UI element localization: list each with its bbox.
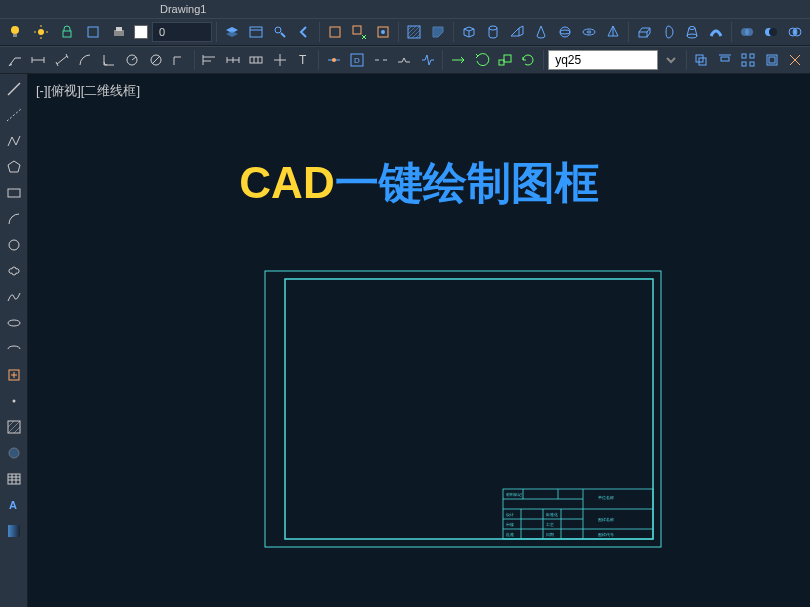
- gradient-icon[interactable]: [3, 520, 25, 542]
- leader-icon[interactable]: [4, 49, 25, 71]
- dim-style-icon[interactable]: D: [347, 49, 368, 71]
- drawing-canvas[interactable]: [-][俯视][二维线框] CAD一键绘制图框: [28, 74, 810, 607]
- intersect-icon[interactable]: [784, 21, 806, 43]
- svg-line-81: [790, 55, 795, 60]
- arc-icon[interactable]: [3, 208, 25, 230]
- scale-arrow-icon[interactable]: [494, 49, 515, 71]
- revcloud-icon[interactable]: [3, 260, 25, 282]
- command-input[interactable]: [548, 50, 658, 70]
- svg-point-30: [689, 27, 695, 30]
- refresh-icon[interactable]: [518, 49, 539, 71]
- dim-aligned-icon[interactable]: [51, 49, 72, 71]
- text-icon[interactable]: T: [293, 49, 314, 71]
- table-icon[interactable]: [3, 468, 25, 490]
- hatch-icon[interactable]: [403, 21, 425, 43]
- svg-rect-77: [742, 62, 746, 66]
- point-icon[interactable]: [3, 390, 25, 412]
- dim-continue-icon[interactable]: [222, 49, 243, 71]
- layer-name-input[interactable]: [152, 22, 212, 42]
- extrude-icon[interactable]: [633, 21, 655, 43]
- sun-icon[interactable]: [30, 21, 52, 43]
- dim-radius-icon[interactable]: [121, 49, 142, 71]
- svg-point-37: [769, 28, 777, 36]
- tolerance-icon[interactable]: [246, 49, 267, 71]
- edit-dim-icon[interactable]: [323, 49, 344, 71]
- chevron-down-icon[interactable]: [660, 49, 681, 71]
- revolve-icon[interactable]: [657, 21, 679, 43]
- sphere-icon[interactable]: [554, 21, 576, 43]
- svg-text:A: A: [9, 499, 17, 511]
- svg-line-97: [14, 427, 20, 433]
- break-dim-icon[interactable]: [370, 49, 391, 71]
- move-arrow-icon[interactable]: [447, 49, 468, 71]
- layer-state-icon[interactable]: [245, 21, 267, 43]
- sweep-icon[interactable]: [705, 21, 727, 43]
- line-icon[interactable]: [3, 78, 25, 100]
- spline-icon[interactable]: [3, 286, 25, 308]
- dim-ordinate-icon[interactable]: [168, 49, 189, 71]
- svg-rect-74: [721, 57, 729, 61]
- align-icon[interactable]: [714, 49, 735, 71]
- layer-previous-icon[interactable]: [293, 21, 315, 43]
- region-icon[interactable]: [427, 21, 449, 43]
- svg-rect-69: [499, 60, 504, 65]
- rotate-arrow-icon[interactable]: [471, 49, 492, 71]
- circle-icon[interactable]: [3, 234, 25, 256]
- svg-rect-107: [285, 279, 653, 539]
- dim-linear-icon[interactable]: [27, 49, 48, 71]
- ellipse-icon[interactable]: [3, 312, 25, 334]
- polyline-icon[interactable]: [3, 130, 25, 152]
- lock-icon[interactable]: [56, 21, 78, 43]
- dim-baseline-icon[interactable]: [199, 49, 220, 71]
- construction-line-icon[interactable]: [3, 104, 25, 126]
- polygon-icon[interactable]: [3, 156, 25, 178]
- svg-rect-57: [250, 57, 262, 63]
- box-3d-icon[interactable]: [458, 21, 480, 43]
- layer-match-icon[interactable]: [269, 21, 291, 43]
- block-icon[interactable]: [324, 21, 346, 43]
- cylinder-icon[interactable]: [482, 21, 504, 43]
- center-mark-icon[interactable]: [269, 49, 290, 71]
- hatch-side-icon[interactable]: [3, 416, 25, 438]
- jog-icon[interactable]: [393, 49, 414, 71]
- subtract-icon[interactable]: [760, 21, 782, 43]
- block-insert-icon[interactable]: [348, 21, 370, 43]
- pulse-icon[interactable]: [417, 49, 438, 71]
- dim-diameter-icon[interactable]: [145, 49, 166, 71]
- wedge-icon[interactable]: [506, 21, 528, 43]
- crop-icon[interactable]: [82, 21, 104, 43]
- dim-arc-icon[interactable]: [74, 49, 95, 71]
- svg-rect-87: [8, 189, 20, 197]
- view-label[interactable]: [-][俯视][二维线框]: [36, 82, 140, 100]
- dim-angular-icon[interactable]: [98, 49, 119, 71]
- print-icon[interactable]: [108, 21, 130, 43]
- copy-icon[interactable]: [691, 49, 712, 71]
- cone-icon[interactable]: [530, 21, 552, 43]
- svg-point-27: [583, 29, 595, 35]
- lightbulb-on-icon[interactable]: [4, 21, 26, 43]
- rectangle-icon[interactable]: [3, 182, 25, 204]
- svg-line-49: [152, 56, 160, 64]
- block-edit-icon[interactable]: [372, 21, 394, 43]
- union-icon[interactable]: [736, 21, 758, 43]
- insert-block-icon[interactable]: [3, 364, 25, 386]
- pyramid-icon[interactable]: [602, 21, 624, 43]
- divider: [686, 50, 687, 70]
- svg-rect-14: [330, 27, 340, 37]
- array-icon[interactable]: [738, 49, 759, 71]
- layers-icon[interactable]: [221, 21, 243, 43]
- document-tab[interactable]: Drawing1: [160, 3, 206, 15]
- layer-controls: [4, 21, 212, 43]
- explode-icon[interactable]: [785, 49, 806, 71]
- divider: [453, 22, 454, 42]
- svg-rect-80: [769, 57, 775, 63]
- region-side-icon[interactable]: [3, 442, 25, 464]
- ellipse-arc-icon[interactable]: [3, 338, 25, 360]
- torus-icon[interactable]: [578, 21, 600, 43]
- offset-icon[interactable]: [761, 49, 782, 71]
- loft-icon[interactable]: [681, 21, 703, 43]
- svg-rect-8: [88, 27, 98, 37]
- tb-r2c1: 审核: [506, 522, 514, 527]
- layer-color-swatch[interactable]: [134, 25, 148, 39]
- mtext-icon[interactable]: A: [3, 494, 25, 516]
